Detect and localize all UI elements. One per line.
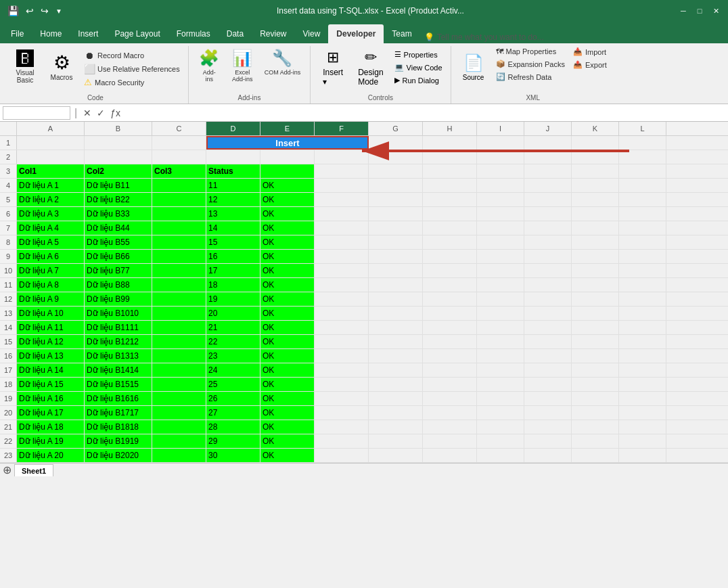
use-relative-button[interactable]: ⬜ Use Relative References xyxy=(81,62,183,76)
tab-review[interactable]: Review xyxy=(252,24,294,43)
cell-l1[interactable] xyxy=(619,136,666,150)
cell-G19[interactable] xyxy=(369,392,423,405)
col-header-f[interactable]: F xyxy=(315,122,369,135)
cell-c3[interactable]: Col3 xyxy=(152,164,206,178)
cell-C14[interactable] xyxy=(152,321,206,334)
cell-A10[interactable]: Dữ liệu A 7 xyxy=(17,264,85,277)
add-sheet-icon[interactable]: ⊕ xyxy=(0,463,14,476)
cell-I11[interactable] xyxy=(477,278,524,292)
cell-K11[interactable] xyxy=(572,278,619,292)
cell-I14[interactable] xyxy=(477,321,524,334)
cell-K13[interactable] xyxy=(572,307,619,320)
cell-K17[interactable] xyxy=(572,363,619,377)
cell-e2[interactable] xyxy=(260,150,315,164)
cell-K19[interactable] xyxy=(572,392,619,405)
cell-B19[interactable]: Dữ liệu B1616 xyxy=(85,392,152,405)
run-dialog-button[interactable]: ▶ Run Dialog xyxy=(392,74,445,86)
design-mode-button[interactable]: ✏ DesignMode xyxy=(352,46,388,88)
col-header-l[interactable]: L xyxy=(619,122,666,135)
cell-B16[interactable]: Dữ liệu B1313 xyxy=(85,349,152,363)
cell-B11[interactable]: Dữ liệu B88 xyxy=(85,278,152,292)
cell-J7[interactable] xyxy=(524,221,572,235)
cell-L14[interactable] xyxy=(619,321,666,334)
cell-i1[interactable] xyxy=(477,136,524,150)
cell-E13[interactable]: OK xyxy=(260,307,315,320)
cell-C23[interactable] xyxy=(152,449,206,462)
cell-D7[interactable]: 14 xyxy=(206,221,260,235)
cell-D13[interactable]: 20 xyxy=(206,307,260,320)
cell-A4[interactable]: Dữ liệu A 1 xyxy=(17,179,85,192)
export-button[interactable]: 📤 Export xyxy=(570,59,610,70)
cell-h1[interactable] xyxy=(423,136,477,150)
cell-L4[interactable] xyxy=(619,179,666,192)
cell-E4[interactable]: OK xyxy=(260,179,315,192)
cell-B21[interactable]: Dữ liệu B1818 xyxy=(85,420,152,434)
close-button[interactable]: ✕ xyxy=(709,4,723,18)
cell-g2[interactable] xyxy=(369,150,423,164)
cell-d3[interactable]: Status xyxy=(206,164,260,178)
com-addins-button[interactable]: 🔧 COM Add-ins xyxy=(260,46,305,88)
cell-K6[interactable] xyxy=(572,207,619,221)
cell-E23[interactable]: OK xyxy=(260,449,315,462)
cell-I5[interactable] xyxy=(477,193,524,206)
tab-data[interactable]: Data xyxy=(219,24,252,43)
map-properties-button[interactable]: 🗺 Map Properties xyxy=(493,46,568,57)
cell-E16[interactable]: OK xyxy=(260,349,315,363)
cell-h3[interactable] xyxy=(423,164,477,178)
cell-A7[interactable]: Dữ liệu A 4 xyxy=(17,221,85,235)
cell-C10[interactable] xyxy=(152,264,206,277)
cell-a1[interactable] xyxy=(17,136,85,150)
col-header-a[interactable]: A xyxy=(17,122,85,135)
cell-J13[interactable] xyxy=(524,307,572,320)
record-macro-button[interactable]: ⏺ Record Macro xyxy=(81,49,183,62)
cell-F18[interactable] xyxy=(315,378,369,391)
cell-E6[interactable]: OK xyxy=(260,207,315,221)
cell-A21[interactable]: Dữ liệu A 18 xyxy=(17,420,85,434)
cell-A8[interactable]: Dữ liệu A 5 xyxy=(17,235,85,249)
cell-A11[interactable]: Dữ liệu A 8 xyxy=(17,278,85,292)
cell-C15[interactable] xyxy=(152,335,206,348)
cell-i2[interactable] xyxy=(477,150,524,164)
cell-G21[interactable] xyxy=(369,420,423,434)
cell-K14[interactable] xyxy=(572,321,619,334)
cell-F5[interactable] xyxy=(315,193,369,206)
cell-I23[interactable] xyxy=(477,449,524,462)
cell-H18[interactable] xyxy=(423,378,477,391)
cell-I20[interactable] xyxy=(477,406,524,420)
confirm-formula-icon[interactable]: ✓ xyxy=(95,108,107,118)
cell-E8[interactable]: OK xyxy=(260,235,315,249)
cell-C16[interactable] xyxy=(152,349,206,363)
cell-L16[interactable] xyxy=(619,349,666,363)
cell-K4[interactable] xyxy=(572,179,619,192)
cell-D9[interactable]: 16 xyxy=(206,250,260,263)
cell-H11[interactable] xyxy=(423,278,477,292)
cell-L5[interactable] xyxy=(619,193,666,206)
col-header-h[interactable]: H xyxy=(423,122,477,135)
visual-basic-button[interactable]: 🅱 VisualBasic xyxy=(8,46,42,88)
undo-icon[interactable]: ↩ xyxy=(24,4,36,18)
cell-L15[interactable] xyxy=(619,335,666,348)
cell-G8[interactable] xyxy=(369,235,423,249)
cell-F11[interactable] xyxy=(315,278,369,292)
cell-D19[interactable]: 26 xyxy=(206,392,260,405)
cell-C20[interactable] xyxy=(152,406,206,420)
cell-A13[interactable]: Dữ liệu A 10 xyxy=(17,307,85,320)
cell-c2[interactable] xyxy=(152,150,206,164)
cell-L11[interactable] xyxy=(619,278,666,292)
cell-I22[interactable] xyxy=(477,434,524,448)
cell-J6[interactable] xyxy=(524,207,572,221)
source-button[interactable]: 📄 Source xyxy=(457,46,491,88)
cell-D16[interactable]: 23 xyxy=(206,349,260,363)
cell-L21[interactable] xyxy=(619,420,666,434)
cell-D22[interactable]: 29 xyxy=(206,434,260,448)
cell-A22[interactable]: Dữ liệu A 19 xyxy=(17,434,85,448)
maximize-button[interactable]: □ xyxy=(693,4,706,18)
cell-E9[interactable]: OK xyxy=(260,250,315,263)
cell-g3[interactable] xyxy=(369,164,423,178)
expansion-packs-button[interactable]: 📦 Expansion Packs xyxy=(493,58,568,70)
cell-D11[interactable]: 18 xyxy=(206,278,260,292)
cell-I13[interactable] xyxy=(477,307,524,320)
cell-B4[interactable]: Dữ liệu B11 xyxy=(85,179,152,192)
col-header-e[interactable]: E xyxy=(260,122,315,135)
cell-b3[interactable]: Col2 xyxy=(85,164,152,178)
